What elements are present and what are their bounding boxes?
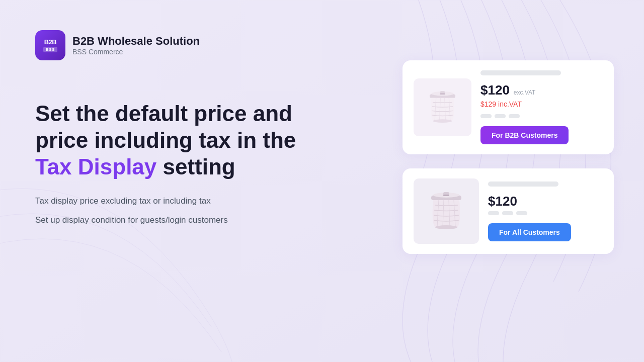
dot-5: [502, 211, 513, 215]
header: B2B BSS B2B Wholesale Solution BSS Comme…: [35, 30, 200, 60]
card-2-price-main: $120: [488, 194, 517, 209]
logo-box: B2B BSS: [35, 30, 65, 60]
heading-line2: price including tax in the: [35, 128, 296, 152]
dot-4: [488, 211, 499, 215]
card-1-title-bar: [480, 70, 561, 75]
brand-subtitle: BSS Commerce: [72, 48, 200, 56]
card-all-customers: $120 For All Customers: [403, 168, 614, 254]
logo-text-block: B2B Wholesale Solution BSS Commerce: [72, 35, 200, 56]
logo-b2b-text: B2B: [44, 38, 57, 46]
card-2-image: [414, 178, 479, 244]
btn-all-customers[interactable]: For All Customers: [488, 223, 571, 241]
left-content: Set the default price and price includin…: [35, 101, 296, 226]
card-1-price-inc: $129 inc.VAT: [480, 100, 603, 108]
dot-1: [480, 114, 492, 118]
card-1-price-label: exc.VAT: [514, 89, 536, 96]
card-1-info: $120 exc.VAT $129 inc.VAT For B2B Custom…: [480, 70, 603, 144]
brand-title: B2B Wholesale Solution: [72, 35, 200, 48]
logo-bss-tag: BSS: [43, 47, 57, 52]
feature-list: Tax display price excluding tax or inclu…: [35, 195, 296, 226]
dot-6: [516, 211, 527, 215]
heading-line1: Set the default price and: [35, 101, 292, 126]
cup-icon-1: [421, 86, 464, 129]
btn-b2b-customers[interactable]: For B2B Customers: [480, 126, 569, 144]
svg-point-12: [435, 225, 457, 229]
cards-area: $120 exc.VAT $129 inc.VAT For B2B Custom…: [403, 60, 614, 254]
cup-icon-2: [421, 186, 471, 236]
dot-2: [495, 114, 506, 118]
heading-suffix: setting: [156, 154, 235, 179]
card-2-title-bar: [488, 182, 558, 187]
feature-item-2: Set up display condition for guests/logi…: [35, 214, 296, 226]
svg-rect-11: [443, 195, 449, 196]
card-1-dots: [480, 114, 603, 118]
feature-item-1: Tax display price excluding tax or inclu…: [35, 195, 296, 207]
card-1-image: [414, 78, 471, 136]
svg-point-6: [433, 119, 452, 123]
svg-rect-5: [440, 93, 445, 95]
heading-highlight: Tax Display: [35, 154, 156, 179]
card-2-price-row: $120: [488, 194, 603, 209]
card-2-info: $120 For All Customers: [488, 182, 603, 241]
card-b2b: $120 exc.VAT $129 inc.VAT For B2B Custom…: [403, 60, 614, 154]
card-1-price-main: $120: [480, 82, 510, 98]
card-2-dots: [488, 211, 603, 215]
page-wrapper: B2B BSS B2B Wholesale Solution BSS Comme…: [0, 0, 644, 362]
card-1-price-row: $120 exc.VAT: [480, 82, 603, 98]
main-heading: Set the default price and price includin…: [35, 101, 296, 180]
dot-3: [509, 114, 520, 118]
